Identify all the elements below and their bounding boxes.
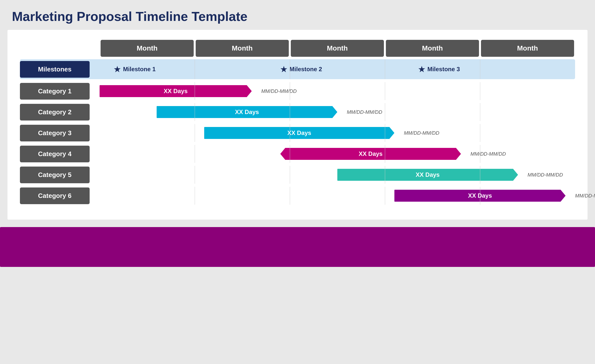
- category-row-3: Category 3 XX Days MM/DD-MM/DD: [20, 124, 575, 142]
- page-title: Marketing Proposal Timeline Template: [0, 0, 595, 30]
- category-2-date: MM/DD-MM/DD: [347, 109, 382, 115]
- milestone-2: ★ Milestone 2: [280, 65, 322, 74]
- category-row-5: Category 5 XX Days MM/DD-MM/DD: [20, 166, 575, 184]
- category-1-date: MM/DD-MM/DD: [261, 88, 297, 94]
- category-6-date: MM/DD-MM/DD: [575, 193, 595, 199]
- category-3-bar: XX Days: [204, 127, 394, 139]
- footer-bar: [0, 227, 595, 267]
- category-1-label: Category 1: [20, 83, 90, 100]
- category-5-bar-area: XX Days MM/DD-MM/DD: [100, 166, 575, 184]
- milestones-label: Milestones: [20, 61, 90, 78]
- month-5: Month: [481, 40, 574, 57]
- star-3: ★: [418, 65, 425, 74]
- milestone-3: ★ Milestone 3: [418, 65, 460, 74]
- category-6-bar-area: XX Days MM/DD-MM/DD: [100, 187, 575, 205]
- category-row-1: Category 1 XX Days MM/DD-MM/DD: [20, 82, 575, 100]
- category-4-date: MM/DD-MM/DD: [471, 151, 506, 157]
- category-row-4: Category 4 XX Days MM/DD-MM/DD: [20, 145, 575, 163]
- category-2-label: Category 2: [20, 104, 90, 121]
- month-4: Month: [386, 40, 479, 57]
- milestones-content: ★ Milestone 1 ★ Milestone 2 ★ Milestone …: [100, 59, 575, 79]
- main-content: Month Month Month Month Month Milestones…: [7, 30, 588, 220]
- category-5-bar: XX Days: [337, 169, 518, 181]
- star-2: ★: [280, 65, 287, 74]
- category-5-label: Category 5: [20, 167, 90, 183]
- category-3-bar-area: XX Days MM/DD-MM/DD: [100, 124, 575, 142]
- star-1: ★: [114, 65, 120, 74]
- category-5-date: MM/DD-MM/DD: [528, 172, 563, 178]
- category-3-date: MM/DD-MM/DD: [404, 130, 439, 136]
- category-4-bar: XX Days: [280, 148, 461, 160]
- category-6-label: Category 6: [20, 187, 90, 204]
- category-3-label: Category 3: [20, 125, 90, 141]
- month-2: Month: [196, 40, 289, 57]
- category-2-bar-area: XX Days MM/DD-MM/DD: [100, 103, 575, 121]
- category-4-bar-area: XX Days MM/DD-MM/DD: [100, 145, 575, 163]
- milestones-row: Milestones ★ Milestone 1 ★ Milestone 2 ★…: [20, 59, 575, 79]
- milestone-1: ★ Milestone 1: [114, 65, 156, 74]
- category-4-label: Category 4: [20, 146, 90, 162]
- category-1-bar-area: XX Days MM/DD-MM/DD: [100, 82, 575, 100]
- category-row-2: Category 2 XX Days MM/DD-MM/DD: [20, 103, 575, 121]
- category-1-bar: XX Days: [100, 85, 252, 97]
- category-row-6: Category 6 XX Days MM/DD-MM/DD: [20, 187, 575, 205]
- category-2-bar: XX Days: [157, 106, 337, 118]
- month-3: Month: [291, 40, 384, 57]
- month-header-row: Month Month Month Month Month: [100, 40, 575, 57]
- month-1: Month: [101, 40, 194, 57]
